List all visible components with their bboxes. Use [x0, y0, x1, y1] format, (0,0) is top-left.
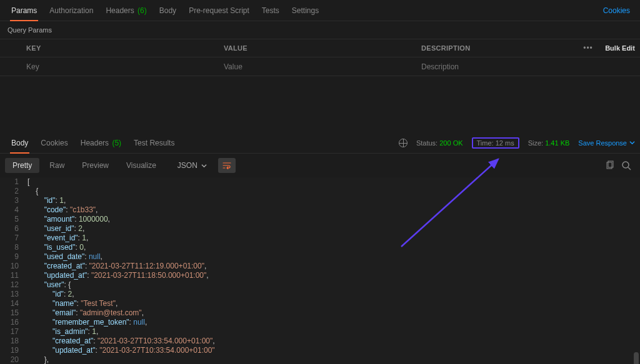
query-params-label: Query Params [0, 21, 640, 39]
tab-headers[interactable]: Headers (6) [99, 1, 152, 21]
tab-settings[interactable]: Settings [286, 1, 325, 21]
globe-icon[interactable] [399, 139, 408, 147]
response-status-block: Status: 200 OK Time: 12 ms Size: 1.41 KB… [399, 137, 635, 149]
response-tabs: Body Cookies Headers (5) Test Results St… [0, 132, 640, 154]
response-tab-test-results[interactable]: Test Results [128, 133, 181, 153]
response-body-code[interactable]: 1234567891011121314151617181920 [ { "id"… [0, 177, 640, 364]
tab-body[interactable]: Body [153, 1, 182, 21]
svg-point-2 [622, 162, 629, 168]
value-input[interactable] [224, 62, 411, 71]
svg-line-3 [628, 167, 631, 170]
params-col-value: VALUE [219, 44, 416, 52]
description-input[interactable] [421, 62, 571, 71]
wrap-lines-button[interactable] [218, 158, 236, 173]
tab-tests[interactable]: Tests [256, 1, 286, 21]
wrap-icon [222, 162, 231, 169]
body-toolbar: Pretty Raw Preview Visualize JSON [0, 154, 640, 177]
key-input[interactable] [26, 62, 214, 71]
tab-headers-count: (6) [138, 6, 147, 15]
size-item: Size: 1.41 KB [528, 139, 570, 147]
scrollbar-thumb[interactable] [634, 352, 639, 364]
copy-icon[interactable] [605, 160, 615, 170]
response-tab-headers[interactable]: Headers (5) [74, 133, 128, 153]
response-tab-body[interactable]: Body [5, 133, 34, 153]
cookies-link[interactable]: Cookies [603, 6, 635, 15]
params-more-button[interactable]: ••• [576, 44, 600, 52]
line-gutter: 1234567891011121314151617181920 [0, 177, 25, 364]
bulk-edit-button[interactable]: Bulk Edit [600, 44, 640, 52]
params-table: KEY VALUE DESCRIPTION ••• Bulk Edit [0, 39, 640, 76]
response-tab-headers-count: (5) [112, 139, 121, 147]
response-tab-cookies[interactable]: Cookies [34, 133, 74, 153]
save-response-button[interactable]: Save Response [578, 139, 635, 147]
search-icon[interactable] [621, 160, 631, 170]
chevron-down-icon [629, 140, 635, 145]
status-item: Status: 200 OK [416, 139, 463, 147]
view-preview-button[interactable]: Preview [74, 158, 116, 173]
view-raw-button[interactable]: Raw [42, 158, 72, 173]
params-input-row [0, 57, 640, 76]
time-item: Time: 12 ms [472, 137, 519, 149]
chevron-down-icon [201, 163, 207, 169]
tab-authorization[interactable]: Authorization [43, 1, 99, 21]
params-header-row: KEY VALUE DESCRIPTION ••• Bulk Edit [0, 39, 640, 57]
tab-prerequest[interactable]: Pre-request Script [182, 1, 256, 21]
request-tabs: Params Authorization Headers (6) Body Pr… [0, 0, 640, 21]
code-lines[interactable]: [ { "id": 1, "code": "c1b33", "amount": … [25, 177, 640, 364]
params-col-key: KEY [21, 44, 219, 52]
params-col-description: DESCRIPTION [416, 44, 576, 52]
view-pretty-button[interactable]: Pretty [5, 158, 39, 173]
view-visualize-button[interactable]: Visualize [119, 158, 164, 173]
tab-headers-label: Headers [106, 6, 134, 15]
response-tab-headers-label: Headers [81, 139, 109, 147]
format-select[interactable]: JSON [171, 158, 213, 173]
tab-params[interactable]: Params [5, 1, 43, 21]
